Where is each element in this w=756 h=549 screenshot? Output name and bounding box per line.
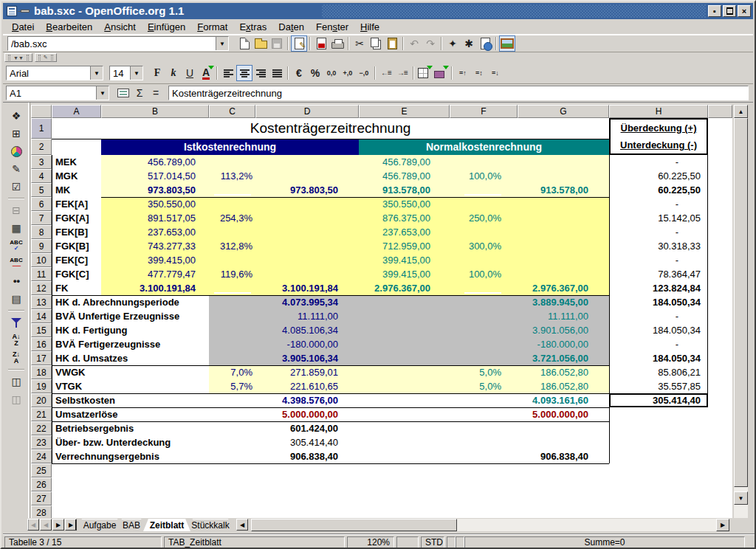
cell-H18[interactable]: 85.806,21: [609, 365, 701, 379]
row-label-23[interactable]: Über- bzw. Unterdeckung: [52, 435, 222, 449]
cell-D24[interactable]: 906.838,40: [255, 449, 338, 463]
sheet-tab-stückkalk[interactable]: Stückkalk: [188, 519, 233, 531]
cell-F7[interactable]: 250,0%: [450, 211, 501, 225]
autoformat-icon[interactable]: ▦: [7, 219, 26, 237]
cut-icon[interactable]: ✂: [351, 35, 368, 52]
cell-F11[interactable]: 100,0%: [450, 267, 501, 281]
sheet-tab-aufgabe[interactable]: Aufgabe: [77, 519, 123, 531]
cell-C18[interactable]: 7,0%: [209, 365, 252, 379]
underline-icon[interactable]: U: [182, 65, 198, 81]
row-label-16[interactable]: BVÄ Fertigerzeugnisse: [52, 337, 222, 351]
cell-B11[interactable]: 477.779,47: [101, 267, 196, 281]
align-center-icon[interactable]: [236, 65, 252, 81]
align-vcenter-icon[interactable]: =↕: [471, 65, 487, 81]
font-size-combobox[interactable]: ▼: [109, 66, 143, 80]
cell-B6[interactable]: 350.550,00: [101, 197, 196, 211]
row-header-23[interactable]: 23: [31, 435, 52, 449]
redo-icon[interactable]: ↷: [422, 35, 439, 52]
vertical-scrollbar[interactable]: ▲▼: [734, 105, 748, 518]
cell-G14[interactable]: 11.111,00: [518, 309, 588, 323]
column-header-D[interactable]: D: [255, 105, 359, 118]
equals-icon[interactable]: =: [148, 85, 164, 101]
cell-F4[interactable]: 100,0%: [450, 169, 501, 183]
cell-G15[interactable]: 3.901.056,00: [518, 323, 588, 337]
cell-B12[interactable]: 3.100.191,84: [101, 281, 196, 295]
font-name-dropdown-arrow-icon[interactable]: ▼: [90, 66, 103, 80]
cell-G13[interactable]: 3.889.945,00: [518, 295, 588, 309]
cell-G24[interactable]: 906.838,40: [518, 449, 588, 463]
hyperlink-bar-stub[interactable]: ▼▼: [4, 53, 32, 62]
spellcheck-icon[interactable]: ABC✓: [7, 237, 26, 255]
cell-E6[interactable]: 350.550,00: [359, 197, 430, 211]
align-right-icon[interactable]: [252, 65, 269, 81]
sheet-tab-bab[interactable]: BAB: [117, 519, 146, 531]
new-document-icon[interactable]: [236, 35, 252, 52]
row-header-27[interactable]: 27: [31, 491, 52, 505]
row-header-20[interactable]: 20: [31, 393, 52, 407]
row-header-12[interactable]: 12: [31, 281, 52, 295]
menu-daten[interactable]: Daten: [272, 20, 310, 34]
form-controls-icon[interactable]: ☑: [7, 178, 26, 196]
cell-B4[interactable]: 517.014,50: [101, 169, 196, 183]
find-replace-icon[interactable]: ●●: [7, 272, 26, 290]
italic-icon[interactable]: k: [165, 65, 182, 81]
row-header-8[interactable]: 8: [31, 225, 52, 239]
next-sheet-button[interactable]: ▶: [52, 519, 64, 531]
cell-G17[interactable]: 3.721.056,00: [518, 351, 588, 365]
font-name-input[interactable]: [7, 66, 90, 80]
cell-F19[interactable]: 5,0%: [450, 379, 501, 393]
save-icon[interactable]: [269, 35, 285, 52]
draw-functions-icon[interactable]: ✎: [7, 160, 26, 178]
row-label-17[interactable]: HK d. Umsatzes: [52, 351, 222, 365]
menu-fenster[interactable]: Fenster: [310, 20, 354, 34]
cell-H9[interactable]: 30.318,33: [609, 239, 701, 253]
row-label-21[interactable]: Umsatzerlöse: [52, 407, 222, 421]
sort-ascending-icon[interactable]: A↓Z: [7, 331, 26, 349]
cell-E3[interactable]: 456.789,00: [359, 155, 430, 169]
column-header-H[interactable]: H: [609, 105, 708, 118]
increase-indent-icon[interactable]: →≡: [394, 65, 410, 81]
number-format-currency-icon[interactable]: €: [291, 65, 307, 81]
url-input[interactable]: [8, 37, 216, 50]
horizontal-scroll-thumb[interactable]: [251, 519, 457, 531]
tools-bar-stub[interactable]: ✎: [35, 53, 57, 62]
column-header-G[interactable]: G: [518, 105, 609, 118]
auto-spellcheck-icon[interactable]: ABC~~~: [7, 255, 26, 272]
cell-G20[interactable]: 4.093.161,60: [518, 393, 588, 407]
row-header-21[interactable]: 21: [31, 407, 52, 421]
ungroup-icon[interactable]: ◫: [7, 390, 26, 408]
cell-D14[interactable]: 11.111,00: [255, 309, 338, 323]
column-header-I[interactable]: [708, 105, 732, 118]
cell-G5[interactable]: 913.578,00: [518, 183, 588, 197]
cell-H3[interactable]: -: [609, 155, 678, 169]
cell-B7[interactable]: 891.517,05: [101, 211, 196, 225]
cell-D19[interactable]: 221.610,65: [255, 379, 338, 393]
row-header-16[interactable]: 16: [31, 337, 52, 351]
formula-input-line[interactable]: [168, 86, 749, 100]
cell-G21[interactable]: 5.000.000,00: [518, 407, 588, 421]
decrease-indent-icon[interactable]: ←≡: [378, 65, 394, 81]
borders-icon[interactable]: [416, 65, 433, 81]
cell-B10[interactable]: 399.415,00: [101, 253, 196, 267]
title-bar[interactable]: bab.sxc - OpenOffice.org 1.1 ▪×: [3, 3, 753, 19]
align-bottom-icon[interactable]: =↓: [487, 65, 504, 81]
row-label-22[interactable]: Betriebsergebnis: [52, 421, 222, 435]
row-header-24[interactable]: 24: [31, 449, 52, 463]
cell-C19[interactable]: 5,7%: [209, 379, 252, 393]
font-size-dropdown-arrow-icon[interactable]: ▼: [130, 66, 142, 80]
row-label-13[interactable]: HK d. Abrechnungsperiode: [52, 295, 222, 309]
cell-H19[interactable]: 35.557,85: [609, 379, 701, 393]
cell-B8[interactable]: 237.653,00: [101, 225, 196, 239]
cell-H20[interactable]: 305.414,40: [609, 393, 701, 407]
cell-H15[interactable]: 184.050,34: [609, 323, 701, 337]
group-icon[interactable]: ◫: [7, 373, 26, 390]
window-icon[interactable]: [7, 6, 17, 16]
cell-E7[interactable]: 876.375,00: [359, 211, 430, 225]
cell-G19[interactable]: 186.052,80: [518, 379, 588, 393]
menu-format[interactable]: Format: [191, 20, 233, 34]
cell-D15[interactable]: 4.085.106,34: [255, 323, 338, 337]
cell-H12[interactable]: 123.824,84: [609, 281, 701, 295]
cell-H17[interactable]: 184.050,34: [609, 351, 701, 365]
row-header-4[interactable]: 4: [31, 169, 52, 183]
row-header-17[interactable]: 17: [31, 351, 52, 365]
